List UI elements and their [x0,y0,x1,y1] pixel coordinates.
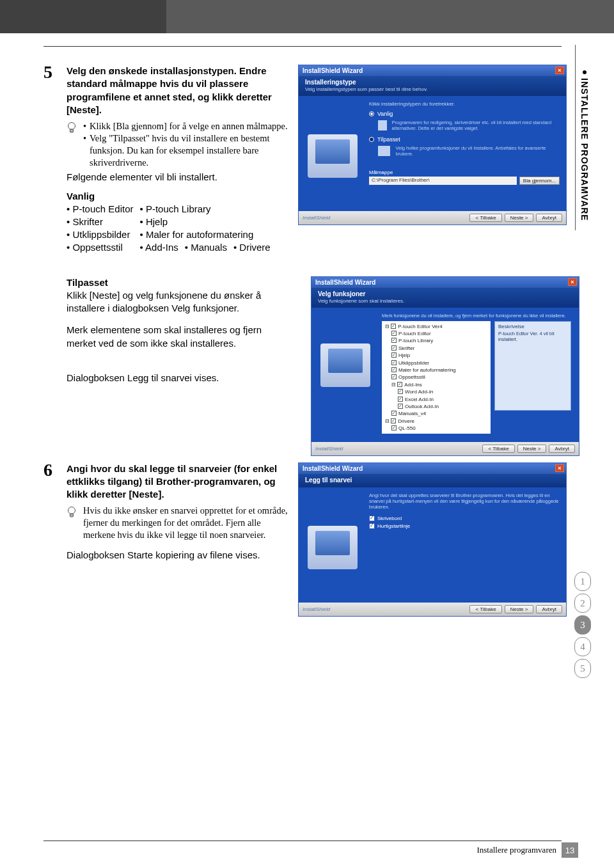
step5-tip2: Velg "Tilpasset" hvis du vil installere … [83,132,289,169]
next-button[interactable]: Neste > [517,445,547,453]
list-item: • Oppsettsstil [67,241,133,254]
wizard-subheader: Velg funksjonene som skal installeres. [318,298,572,304]
opt-tilpasset[interactable]: Tilpasset [377,136,400,143]
wizard-title: InstallShield Wizard [303,67,363,74]
nav-2[interactable]: 2 [574,594,591,613]
tree-item[interactable]: Excel Add-In [405,397,434,402]
step6-tip: Hvis du ikke ønsker en snarvei opprettet… [83,505,289,541]
opt2-desc: Velg hvilke programfunksjoner du vil ins… [395,145,560,157]
nav-4[interactable]: 4 [574,637,591,656]
wizard-header: Legg til snarvei [305,477,560,484]
tree-item[interactable]: P-touch Editor [398,331,431,336]
back-button[interactable]: < Tilbake [469,214,501,222]
lightbulb-icon [67,506,78,541]
step-5: 5 Velg den ønskede installasjonstypen. E… [43,65,579,255]
radio-icon[interactable] [369,137,374,142]
bullet-icon [583,70,586,74]
tree-item[interactable]: P-touch Library [398,338,433,343]
step5-lead: Velg den ønskede installasjonstypen. End… [67,65,289,116]
wizard-title: InstallShield Wizard [303,465,363,472]
vanlig-list: • P-touch Editor • P-touch Library • Skr… [67,203,289,255]
tree-item[interactable]: Outlook Add-In [405,404,439,409]
wizard-subheader: Velg installeringstypen som passer best … [305,86,560,92]
feature-tree[interactable]: ⊟ P-touch Editor Ver4 P-touch Editor P-t… [382,321,491,434]
nav-5[interactable]: 5 [574,659,591,678]
wizard3-info: Angi hvor det skal opprettes snarveier t… [369,493,560,510]
close-icon[interactable]: × [555,464,564,472]
step6-lead: Angi hvor du skal legge til snarveier (f… [67,462,289,501]
checkbox-icon[interactable] [369,523,375,529]
next-button[interactable]: Neste > [505,214,534,222]
list-item: • Manuals [185,241,227,254]
computer-icon [308,526,358,569]
feature-desc: Beskrivelse P-touch Editor Ver. 4 vil bl… [494,321,571,411]
close-icon[interactable]: × [568,278,577,286]
tree-item[interactable]: Drivere [398,418,414,424]
list-item: • P-touch Library [139,203,289,216]
next-button[interactable]: Neste > [505,605,534,613]
wizard-title: InstallShield Wizard [315,279,375,286]
dialog-text-2: Dialogboksen Starte kopiering av filene … [67,549,289,562]
tree-item[interactable]: P-touch Editor Ver4 [398,324,442,329]
section-tab-label: INSTALLERE PROGRAMVARE [579,78,590,221]
tree-item[interactable]: Hjelp [398,352,410,358]
tree-item[interactable]: Manuals_v4 [398,411,426,416]
tilpasset-p1: Klikk [Neste] og velg funksjonene du øns… [67,289,279,315]
tree-item[interactable]: Oppsettsstil [398,374,425,380]
tree-item[interactable]: Add-Ins [404,382,422,388]
tree-item[interactable]: Skrifter [398,345,414,351]
opt-vanlig[interactable]: Vanlig [377,111,393,117]
step-number: 6 [43,460,58,617]
wizard-select-features: InstallShield Wizard× Velg funksjoner Ve… [311,276,579,456]
close-icon[interactable]: × [555,67,564,74]
cancel-button[interactable]: Avbryt [549,445,575,453]
tree-item[interactable]: Utklippsbilder [398,360,429,366]
opt1-desc: Programvaren for redigering, skriverdriv… [392,120,560,131]
back-button[interactable]: < Tilbake [482,445,514,453]
wizard-add-shortcut: InstallShield Wizard× Legg til snarvei A… [298,462,567,617]
step5-tip1: Klikk [Bla gjennom] for å velge en annen… [83,120,289,132]
wizard-install-type: InstallShield Wizard× Installeringstype … [298,65,567,225]
wizard-line: Klikk installeringstypen du foretrekker. [369,101,560,107]
desc-text: P-touch Editor Ver. 4 vil bli installert… [498,331,567,342]
back-button[interactable]: < Tilbake [469,605,501,613]
section-nav: 1 2 3 4 5 [574,572,591,678]
header-bar-dark [0,0,166,33]
nav-3[interactable]: 3 [574,615,591,635]
chk-quicklaunch[interactable]: Hurtigstartlinje [377,523,410,529]
list-item: • Maler for autoformatering [139,228,289,241]
pkg-icon [378,146,390,156]
checkbox-icon[interactable] [369,516,375,521]
cancel-button[interactable]: Avbryt [536,214,562,222]
list-item: • Hjelp [139,216,289,228]
list-item: • Utklippsbilder [67,228,133,241]
brand: InstallShield [303,606,330,612]
brand: InstallShield [315,446,343,452]
svg-point-4 [68,507,75,514]
computer-icon [308,134,358,178]
list-item: • P-touch Editor [67,203,133,216]
brand: InstallShield [303,215,330,221]
wizard-header: Velg funksjoner [318,290,572,297]
list-item: • Skrifter [67,216,133,228]
tilpasset-header: Tilpasset [67,276,279,289]
step-6: 6 Angi hvor du skal legge til snarveier … [43,462,579,617]
header-bar [0,0,614,33]
wizard-header: Installeringstype [305,79,560,86]
chk-desktop[interactable]: Skrivebord [377,516,402,521]
radio-icon[interactable] [369,111,374,116]
cancel-button[interactable]: Avbryt [536,605,562,613]
lightbulb-icon [67,122,78,168]
tree-item[interactable]: Word Add-In [405,389,433,395]
tree-item[interactable]: QL-550 [398,425,416,431]
list-item: • Add-Ins [139,241,178,254]
tree-item[interactable]: Maler for autoformatering [398,367,456,373]
nav-1[interactable]: 1 [574,572,591,591]
vanlig-header: Vanlig [67,191,289,201]
browse-button[interactable]: Bla gjennom... [519,177,560,185]
pkg-icon [378,120,387,130]
dialog-text-1: Dialogboksen Legg til snarvei vises. [67,372,279,384]
list-item: • Drivere [233,241,271,254]
step5-following: Følgende elementer vil bli installert. [67,171,289,184]
side-rule [575,45,576,230]
